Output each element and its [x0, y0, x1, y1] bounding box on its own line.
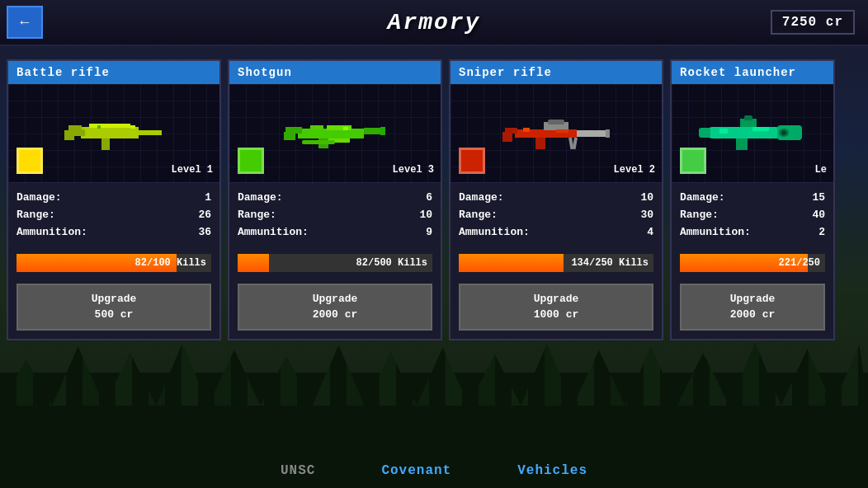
weapon-name-shotgun: Shotgun [229, 61, 441, 84]
svg-rect-7 [130, 125, 135, 129]
weapon-card-shotgun: Shotgun [228, 59, 442, 340]
svg-rect-19 [302, 140, 335, 144]
svg-rect-11 [380, 127, 385, 135]
ammo-value-1: 9 [426, 224, 432, 242]
ammo-row: Ammunition: 36 [17, 224, 211, 242]
rocket-launcher-svg [695, 109, 810, 158]
level-label-battle-rifle: Level 1 [172, 164, 213, 176]
level-label-sniper: Level 2 [614, 164, 655, 176]
svg-rect-39 [752, 127, 769, 131]
damage-value-1: 6 [426, 190, 432, 207]
svg-rect-38 [719, 129, 728, 134]
kills-bar-rocket: 221/250 [680, 254, 825, 272]
tab-unsc[interactable]: UNSC [281, 463, 315, 478]
upgrade-btn-rocket[interactable]: Upgrade 2000 cr [680, 284, 825, 330]
damage-label-1: Damage: [238, 190, 283, 207]
ammo-row-2: Ammunition: 4 [459, 224, 653, 242]
level-label-rocket: Le [815, 164, 827, 176]
damage-value-2: 10 [640, 190, 653, 207]
svg-rect-27 [535, 138, 545, 149]
weapon-image-shotgun: Level 3 [229, 84, 441, 183]
range-value-3: 40 [812, 207, 825, 224]
ammo-value-2: 4 [647, 224, 653, 242]
upgrade-cost-1: 2000 cr [313, 308, 358, 321]
battle-rifle-svg [56, 109, 172, 158]
upgrade-btn-battle-rifle[interactable]: Upgrade 500 cr [17, 284, 211, 330]
svg-rect-22 [606, 129, 610, 138]
weapon-stats-battle-rifle: Damage: 1 Range: 26 Ammunition: 36 [8, 183, 219, 247]
svg-rect-26 [502, 132, 512, 142]
svg-rect-10 [364, 128, 382, 134]
weapon-stats-sniper: Damage: 10 Range: 30 Ammunition: 4 [451, 183, 662, 247]
weapon-image-rocket-launcher: Le [672, 84, 833, 183]
ammo-label-3: Ammunition: [680, 224, 751, 242]
header: ← Armory 7250 cr [0, 0, 868, 46]
svg-rect-37 [744, 115, 752, 120]
kills-bar-battle-rifle: 82/100 Kills [17, 254, 211, 272]
upgrade-cost-2: 1000 cr [534, 308, 579, 321]
range-row-3: Range: 40 [680, 207, 825, 224]
sniper-rifle-svg [498, 109, 614, 158]
range-value-2: 30 [640, 207, 653, 224]
weapon-card-sniper-rifle: Sniper rifle [449, 59, 663, 340]
svg-rect-2 [139, 130, 162, 135]
weapon-color-sniper [459, 148, 485, 174]
range-row-1: Range: 10 [238, 207, 432, 224]
weapon-name-rocket-launcher: Rocket launcher [672, 61, 833, 84]
svg-rect-31 [556, 129, 568, 133]
upgrade-btn-shotgun[interactable]: Upgrade 2000 cr [238, 284, 432, 330]
weapon-image-battle-rifle: Level 1 [8, 84, 219, 183]
weapon-cards-container: Battle rifle [0, 46, 868, 340]
range-row-2: Range: 30 [459, 207, 653, 224]
weapon-color-battle-rifle [17, 148, 43, 174]
bottom-tabs: UNSC Covenant Vehicles [0, 453, 868, 488]
damage-label-3: Damage: [680, 190, 725, 207]
damage-label-2: Damage: [459, 190, 504, 207]
damage-row-1: Damage: 6 [238, 190, 432, 207]
upgrade-btn-sniper[interactable]: Upgrade 1000 cr [459, 284, 653, 330]
svg-rect-6 [101, 138, 110, 150]
weapon-card-battle-rifle: Battle rifle [7, 59, 221, 340]
ammo-label-1: Ammunition: [238, 224, 309, 242]
svg-rect-3 [68, 125, 82, 130]
range-row: Range: 26 [17, 207, 211, 224]
kills-text-2: 134/250 Kills [459, 254, 653, 272]
level-label-shotgun: Level 3 [393, 164, 434, 176]
kills-bar-shotgun: 82/500 Kills [238, 254, 432, 272]
range-value-1: 10 [419, 207, 432, 224]
svg-rect-34 [699, 128, 710, 138]
ammo-value-3: 2 [818, 224, 825, 242]
svg-rect-1 [73, 129, 85, 136]
svg-rect-5 [89, 124, 130, 128]
weapon-name-battle-rifle: Battle rifle [8, 61, 219, 84]
ammo-value-0: 36 [198, 224, 211, 242]
kills-text-0: 82/100 Kills [17, 254, 211, 272]
kills-text-1: 82/500 Kills [238, 254, 432, 272]
tab-covenant[interactable]: Covenant [381, 463, 451, 478]
svg-rect-21 [577, 130, 606, 137]
svg-rect-0 [81, 127, 139, 138]
damage-row: Damage: 1 [17, 190, 211, 207]
weapon-stats-shotgun: Damage: 6 Range: 10 Ammunition: 9 [229, 183, 441, 247]
range-label: Range: [17, 207, 55, 224]
svg-rect-30 [523, 128, 530, 132]
weapon-image-sniper-rifle: Level 2 [451, 84, 662, 183]
svg-rect-17 [343, 127, 348, 130]
back-button[interactable]: ← [7, 6, 43, 39]
svg-rect-32 [707, 127, 781, 138]
back-arrow-icon: ← [21, 14, 30, 30]
range-label-3: Range: [680, 207, 719, 224]
page-title: Armory [388, 10, 481, 35]
upgrade-label-2: Upgrade [534, 293, 579, 305]
damage-label: Damage: [17, 190, 62, 207]
damage-row-2: Damage: 10 [459, 190, 653, 207]
kills-text-3: 221/250 [680, 254, 825, 272]
svg-rect-29 [573, 137, 578, 148]
ammo-label-2: Ammunition: [459, 224, 530, 242]
tab-vehicles[interactable]: Vehicles [517, 463, 587, 478]
ammo-row-1: Ammunition: 9 [238, 224, 432, 242]
damage-row-3: Damage: 15 [680, 190, 825, 207]
svg-rect-15 [284, 132, 295, 140]
svg-rect-24 [548, 120, 564, 124]
weapon-name-sniper-rifle: Sniper rifle [451, 61, 662, 84]
